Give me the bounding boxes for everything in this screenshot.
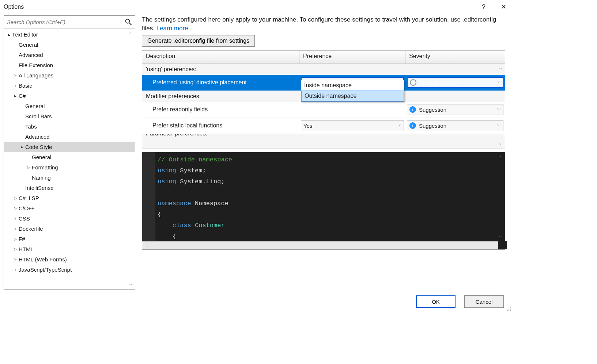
group-header: 'using' preferences: xyxy=(142,64,505,75)
tree-scroll[interactable]: ︿ ﹀ ◢Text Editor▷General▷Advanced▷File E… xyxy=(4,28,135,289)
tree-node[interactable]: ▷HTML xyxy=(4,244,135,254)
cell-severity: iSuggestion﹀ xyxy=(405,104,505,115)
tree-label: General xyxy=(24,103,45,109)
titlebar: Options ? ✕ xyxy=(0,0,512,14)
tree-node[interactable]: ▷All Languages xyxy=(4,70,135,80)
tree-node[interactable]: ▷Dockerfile xyxy=(4,223,135,234)
tree-label: Scroll Bars xyxy=(24,113,52,119)
setting-row[interactable]: Prefer readonly fields﹀iSuggestion﹀ xyxy=(142,102,505,118)
tree-label: General xyxy=(18,42,38,48)
search-input[interactable] xyxy=(4,16,135,28)
severity-combo[interactable]: iSuggestion﹀ xyxy=(407,120,503,131)
tree-node[interactable]: ▷C#_LSP xyxy=(4,193,135,203)
preference-dropdown[interactable]: Inside namespaceOutside namespace xyxy=(301,80,404,102)
code-scroll-down-icon[interactable]: ﹀ xyxy=(498,235,503,240)
sidebar: ︿ ﹀ ◢Text Editor▷General▷Advanced▷File E… xyxy=(4,15,135,290)
expand-icon[interactable]: ▷ xyxy=(13,268,18,272)
grid-scroll-up-icon[interactable]: ︿ xyxy=(498,65,503,70)
combo-value: Refactoring Only xyxy=(419,80,460,86)
tree-label: Text Editor xyxy=(11,31,38,38)
code-gutter xyxy=(142,152,155,241)
tree-node[interactable]: ▷CSS xyxy=(4,213,135,223)
tree-node[interactable]: ▷Advanced xyxy=(4,131,135,142)
expand-icon[interactable]: ▷ xyxy=(13,247,18,251)
severity-combo[interactable]: Refactoring Only﹀ xyxy=(407,77,503,88)
tree-node[interactable]: ▷General xyxy=(4,39,135,50)
dropdown-option[interactable]: Inside namespace xyxy=(301,80,404,91)
tree-label: C#_LSP xyxy=(18,195,39,201)
col-description[interactable]: Description xyxy=(142,51,299,64)
hscroll-left-icon[interactable]: 〈 xyxy=(144,243,148,248)
help-icon[interactable]: ? xyxy=(479,2,488,12)
hint-text: The settings configured here only apply … xyxy=(142,15,505,33)
expand-icon[interactable]: ▷ xyxy=(13,257,18,261)
tree-node[interactable]: ▷JavaScript/TypeScript xyxy=(4,264,135,275)
setting-row[interactable]: Prefer static local functionsYes﹀iSugges… xyxy=(142,118,505,134)
tree-label: C/C++ xyxy=(18,205,34,211)
cell-severity: iSuggestion﹀ xyxy=(405,120,505,131)
scroll-up-icon[interactable]: ︿ xyxy=(128,30,133,35)
col-severity[interactable]: Severity xyxy=(405,51,505,64)
combo-value: Suggestion xyxy=(419,107,446,113)
expand-icon[interactable]: ▷ xyxy=(13,217,18,221)
col-preference[interactable]: Preference xyxy=(299,51,405,64)
tree-node[interactable]: ▷C/C++ xyxy=(4,203,135,213)
settings-grid: Description Preference Severity ︿ ﹀ 'usi… xyxy=(142,50,505,149)
tree-label: Code Style xyxy=(24,144,52,150)
expand-icon[interactable]: ▷ xyxy=(13,73,18,77)
tree-label: HTML (Web Forms) xyxy=(18,256,67,263)
grid-scroll-down-icon[interactable]: ﹀ xyxy=(498,142,503,147)
preference-combo[interactable]: Yes﹀ xyxy=(301,120,404,131)
group-header: Parameter preferences: xyxy=(142,134,505,139)
tree-node[interactable]: ▷Formatting xyxy=(4,162,135,172)
expand-icon[interactable]: ▷ xyxy=(13,227,18,231)
grid-body[interactable]: ︿ ﹀ 'using' preferences:Preferred 'using… xyxy=(142,64,505,149)
expand-icon[interactable]: ▷ xyxy=(26,165,31,169)
collapse-icon[interactable]: ◢ xyxy=(19,145,24,149)
tree-node[interactable]: ◢Text Editor xyxy=(4,29,135,39)
generate-editorconfig-button[interactable]: Generate .editorconfig file from setting… xyxy=(142,35,255,47)
main-panel: The settings configured here only apply … xyxy=(135,14,512,291)
circle-icon xyxy=(410,79,416,86)
setting-description: Prefer readonly fields xyxy=(142,106,299,113)
scroll-down-icon[interactable]: ﹀ xyxy=(128,283,133,288)
tree-node[interactable]: ◢C# xyxy=(4,91,135,101)
expand-icon[interactable]: ▷ xyxy=(13,196,18,200)
severity-combo[interactable]: iSuggestion﹀ xyxy=(407,104,503,115)
window-title: Options xyxy=(4,4,469,10)
cancel-button[interactable]: Cancel xyxy=(464,295,504,308)
tree-label: Dockerfile xyxy=(18,226,43,232)
learn-more-link[interactable]: Learn more xyxy=(156,25,188,32)
search-wrap xyxy=(4,16,135,28)
code-scroll-up-icon[interactable]: ︿ xyxy=(498,154,503,159)
tree-node[interactable]: ▷Basic xyxy=(4,80,135,91)
tree-node[interactable]: ▷Scroll Bars xyxy=(4,111,135,121)
tree-node[interactable]: ▷General xyxy=(4,101,135,111)
tree-node[interactable]: ▷Naming xyxy=(4,172,135,183)
expand-icon[interactable]: ▷ xyxy=(13,237,18,241)
tree: ◢Text Editor▷General▷Advanced▷File Exten… xyxy=(4,28,135,275)
code-corner-box xyxy=(498,241,507,249)
code-hscroll[interactable]: 〈 〉 xyxy=(142,241,505,249)
tree-node[interactable]: ◢Code Style xyxy=(4,142,135,152)
chevron-down-icon: ﹀ xyxy=(497,123,501,128)
tree-node[interactable]: ▷File Extension xyxy=(4,60,135,70)
collapse-icon[interactable]: ◢ xyxy=(13,94,18,97)
code-text: // Outside namespace using System; using… xyxy=(155,152,505,241)
grid-header: Description Preference Severity xyxy=(142,51,505,64)
collapse-icon[interactable]: ◢ xyxy=(6,32,11,36)
expand-icon[interactable]: ▷ xyxy=(13,84,18,88)
tree-node[interactable]: ▷Advanced xyxy=(4,50,135,60)
tree-node[interactable]: ▷Tabs xyxy=(4,121,135,131)
tree-node[interactable]: ▷HTML (Web Forms) xyxy=(4,254,135,264)
close-icon[interactable]: ✕ xyxy=(499,2,508,12)
tree-node[interactable]: ▷General xyxy=(4,152,135,162)
ok-button[interactable]: OK xyxy=(416,295,456,308)
dropdown-option[interactable]: Outside namespace xyxy=(301,91,404,101)
tree-node[interactable]: ▷F# xyxy=(4,234,135,244)
tree-label: General xyxy=(31,154,51,160)
tree-node[interactable]: ▷IntelliSense xyxy=(4,183,135,193)
resize-grip-icon[interactable] xyxy=(506,306,511,311)
chevron-down-icon: ﹀ xyxy=(497,80,500,85)
expand-icon[interactable]: ▷ xyxy=(13,206,18,210)
